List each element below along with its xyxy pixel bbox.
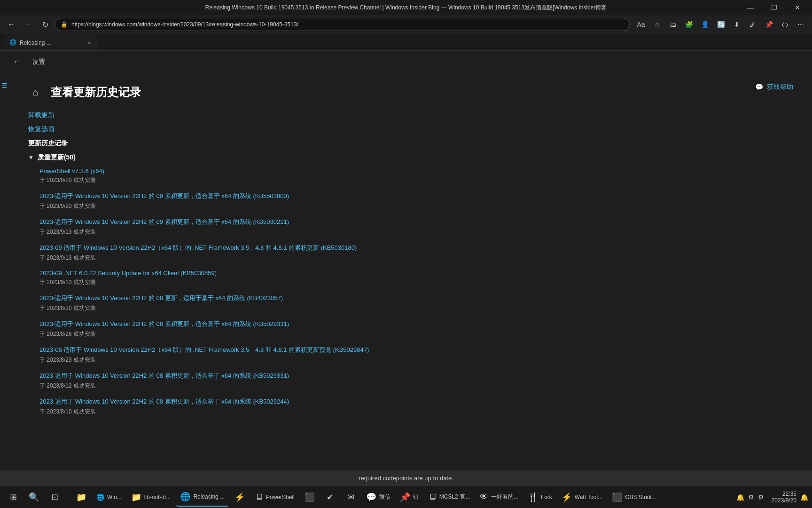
address-bar[interactable]: 🔒 https://blogs.windows.com/windows-insi… [55, 18, 630, 31]
vs-taskbar-button[interactable]: ⚡ [230, 488, 249, 507]
browser-icon-5[interactable]: ⭮ [777, 17, 792, 32]
update-name-2[interactable]: 2023-适用于 Windows 10 Version 22H2 的 09 累积… [39, 218, 793, 226]
profile-button[interactable]: 👤 [697, 17, 712, 32]
recovery-options-link[interactable]: 恢复选项 [28, 125, 793, 134]
settings-panel: ← 设置 ☰ ⌂ 查看更新历史记录 卸载更新 恢复选项 💬 获取帮助 更新历史记 [0, 51, 812, 508]
collections-button[interactable]: 🗂 [665, 17, 680, 32]
refresh-button[interactable]: ↻ [38, 17, 53, 32]
wechat-taskbar-button[interactable]: 💬 微信 [362, 488, 394, 507]
clock-time: 22:35 [772, 491, 796, 497]
update-date-2: 于 2023/9/13 成功安装 [39, 228, 793, 236]
search-button[interactable]: 🔍 [24, 488, 43, 507]
home-icon[interactable]: ⌂ [28, 85, 43, 100]
update-name-7[interactable]: 2023-08 适用于 Windows 10 Version 22H2（x64 … [39, 346, 793, 354]
wechat-label: 微信 [379, 493, 390, 501]
sidebar-icon[interactable]: ☰ [0, 81, 9, 90]
tab-title: Releasing ... [20, 40, 84, 46]
viewer-label: 一好看的... [491, 493, 518, 501]
tab-close-button[interactable]: ✕ [86, 40, 92, 47]
update-item-6: 2023-适用于 Windows 10 Version 22H2 的 08 累积… [39, 320, 793, 338]
settings-main: ⌂ 查看更新历史记录 卸载更新 恢复选项 💬 获取帮助 更新历史记录 ▼ 质量更… [9, 73, 812, 508]
clock[interactable]: 22:35 2023/9/20 [772, 491, 796, 504]
minimize-button[interactable]: — [740, 0, 761, 15]
update-name-9[interactable]: 2023-适用于 Windows 10 Version 22H2 的 08 累积… [39, 397, 793, 406]
blog-taskbar-button[interactable]: 🌐 Releasing ... [176, 488, 228, 507]
terminal-taskbar-button[interactable]: ⬛ [300, 488, 319, 507]
close-button[interactable]: ✕ [787, 0, 808, 15]
update-date-5: 于 2023/8/30 成功安装 [39, 304, 793, 312]
forward-button[interactable]: → [21, 17, 36, 32]
section-title: 更新历史记录 [28, 139, 793, 148]
viewer-taskbar-button[interactable]: 👁 一好看的... [476, 488, 522, 507]
reader-mode-button[interactable]: Aa [633, 17, 648, 32]
task-view-button[interactable]: ⊡ [45, 488, 64, 507]
search-icon: 🔍 [29, 492, 39, 502]
taskbar-right: 🔔 ⚙ ⚙ 22:35 2023/9/20 🔔 [733, 491, 808, 504]
settings-tray-icon[interactable]: ⚙ [758, 493, 764, 501]
check-icon: ✔ [327, 492, 334, 502]
lock-icon: 🔒 [61, 21, 68, 28]
browser-icon-4[interactable]: 📌 [761, 17, 776, 32]
extensions-button[interactable]: 🧩 [681, 17, 696, 32]
mcsl2-icon: 🖥 [428, 492, 437, 502]
check-taskbar-button[interactable]: ✔ [321, 488, 340, 507]
start-button[interactable]: ⊞ [4, 488, 23, 507]
browser-icon-3[interactable]: 🖊 [745, 17, 760, 32]
category-header[interactable]: ▼ 质量更新(50) [28, 153, 793, 162]
notification-center-icon[interactable]: 🔔 [800, 493, 808, 501]
edge-taskbar-button[interactable]: 🌐 Win... [93, 488, 125, 507]
browser-icon-1[interactable]: 🔄 [713, 17, 728, 32]
settings-header: ← 设置 [0, 51, 812, 73]
navigation-bar: ← → ↻ 🔒 https://blogs.windows.com/window… [0, 15, 812, 34]
powershell-label: PowerShell [266, 494, 295, 500]
ding-taskbar-button[interactable]: 📌 钉 [396, 488, 422, 507]
browser-menu-button[interactable]: ⋯ [793, 17, 808, 32]
powershell-taskbar-button[interactable]: 🖥 PowerShell [251, 488, 298, 507]
update-date-1: 于 2023/9/20 成功安装 [39, 202, 793, 210]
uninstall-updates-link[interactable]: 卸载更新 [28, 111, 793, 119]
window-controls: — ❐ ✕ [740, 0, 808, 15]
chevron-down-icon: ▼ [28, 154, 34, 161]
update-name-6[interactable]: 2023-适用于 Windows 10 Version 22H2 的 08 累积… [39, 320, 793, 328]
watt-taskbar-button[interactable]: ⚡ Watt Tool... [558, 488, 606, 507]
update-name-5[interactable]: 2023-适用于 Windows 10 Version 22H2 的 08 更新… [39, 294, 793, 302]
tray-icon-1[interactable]: 🔔 [736, 493, 744, 501]
nav-actions: Aa ☆ 🗂 🧩 👤 🔄 ⬇ 🖊 📌 ⭮ ⋯ [633, 17, 808, 32]
terminal-icon: ⬛ [304, 492, 315, 502]
settings-back-button[interactable]: ← [9, 55, 24, 70]
tray-icon-2[interactable]: ⚙ [748, 493, 754, 501]
get-help-button[interactable]: 💬 获取帮助 [755, 83, 793, 91]
favorites-button[interactable]: ☆ [649, 17, 664, 32]
get-help-label: 获取帮助 [767, 83, 793, 91]
settings-breadcrumb: 设置 [32, 58, 45, 66]
obs-taskbar-button[interactable]: ⬛ OBS Studi... [608, 488, 660, 507]
mail-taskbar-button[interactable]: ✉ [342, 488, 360, 507]
ding-icon: 📌 [400, 492, 410, 502]
blog-icon: 🌐 [180, 492, 190, 502]
fork-taskbar-button[interactable]: 🍴 Fork [524, 488, 556, 507]
update-item-3: 2023-09 适用于 Windows 10 Version 22H2（x64 … [39, 244, 793, 262]
update-name-8[interactable]: 2023-适用于 Windows 10 Version 22H2 的 08 累积… [39, 372, 793, 380]
update-name-3[interactable]: 2023-09 适用于 Windows 10 Version 22H2（x64 … [39, 244, 793, 252]
window-title: Releasing Windows 10 Build 19045.3513 to… [205, 4, 607, 12]
browser-icon-2[interactable]: ⬇ [729, 17, 744, 32]
active-tab[interactable]: 🌐 Releasing ... ✕ [4, 35, 98, 50]
page-title-container: ⌂ 查看更新历史记录 [28, 85, 793, 100]
back-button[interactable]: ← [4, 17, 19, 32]
update-date-8: 于 2023/8/12 成功安装 [39, 382, 793, 390]
help-icon: 💬 [755, 83, 763, 91]
update-name-4[interactable]: 2023-09 .NET 6.0.22 Security Update for … [39, 270, 793, 277]
lib-taskbar-button[interactable]: 📁 lib-not-dr... [127, 488, 175, 507]
fork-label: Fork [541, 494, 552, 500]
mcsl2-taskbar-button[interactable]: 🖥 MCSL2-官... [424, 488, 474, 507]
update-name-1[interactable]: 2023-适用于 Windows 10 Version 22H2 的 09 累积… [39, 192, 793, 200]
update-date-4: 于 2023/9/13 成功安装 [39, 278, 793, 286]
update-date-3: 于 2023/9/13 成功安装 [39, 254, 793, 262]
restore-button[interactable]: ❐ [763, 0, 785, 15]
powershell-icon: 🖥 [255, 492, 263, 502]
tab-favicon: 🌐 [9, 39, 17, 47]
update-name-0[interactable]: PowerShell v7.3.6 (x64) [39, 167, 793, 175]
file-explorer-taskbar-button[interactable]: 📁 [72, 488, 91, 507]
fork-icon: 🍴 [528, 492, 538, 502]
title-bar: Releasing Windows 10 Build 19045.3513 to… [0, 0, 812, 15]
